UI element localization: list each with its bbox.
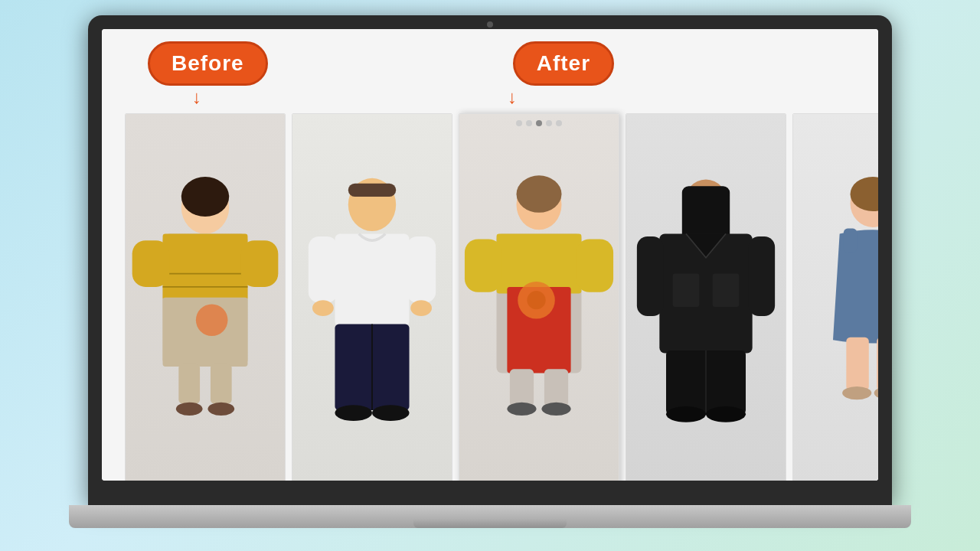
svg-rect-3 [163, 234, 248, 301]
cards-row: 3/4 Sleeve KimonoDress $551.60 10 - $551… [125, 113, 855, 481]
dot-2[interactable] [526, 120, 532, 126]
laptop-container: Before After ↓ ↓ [69, 15, 911, 536]
product-image-1 [126, 114, 285, 481]
product-card-5: A-Line Mini Dress in Blue $348.00 Blue /… [792, 113, 878, 481]
svg-point-26 [517, 175, 562, 213]
svg-point-47 [666, 406, 706, 422]
before-badge: Before [148, 41, 268, 86]
product-image-5 [793, 114, 878, 481]
labels-row: Before After [125, 41, 855, 86]
svg-rect-8 [132, 240, 170, 287]
screen-content: Before After ↓ ↓ [102, 29, 878, 481]
screen-bezel: Before After ↓ ↓ [88, 15, 892, 505]
product-card-2: 5 Pocket $404.6 30 / Indigo - $ CHECKOUT [292, 113, 452, 481]
svg-point-36 [507, 403, 536, 416]
camera [487, 21, 493, 28]
svg-point-23 [335, 405, 372, 421]
laptop-base [69, 505, 911, 528]
dot-3[interactable] [536, 120, 542, 126]
product-image-4 [626, 114, 786, 481]
dot-4[interactable] [546, 120, 552, 126]
carousel-dots [516, 120, 562, 126]
dot-5[interactable] [556, 120, 562, 126]
svg-rect-51 [844, 229, 857, 253]
dot-1[interactable] [516, 120, 522, 126]
svg-point-20 [410, 300, 432, 316]
svg-point-48 [706, 406, 746, 422]
jacket-figure [626, 114, 786, 481]
blue-dress-figure [793, 114, 878, 481]
svg-rect-32 [465, 239, 502, 292]
svg-rect-42 [713, 274, 740, 307]
svg-point-19 [312, 300, 334, 316]
svg-rect-34 [510, 369, 534, 406]
product-image-2 [292, 114, 452, 481]
svg-rect-53 [846, 337, 868, 390]
after-arrow: ↓ [508, 86, 517, 108]
svg-rect-54 [877, 337, 878, 390]
svg-rect-9 [241, 240, 279, 287]
man-figure [292, 114, 452, 481]
svg-rect-10 [178, 364, 200, 403]
svg-rect-11 [211, 364, 232, 403]
before-arrow: ↓ [192, 86, 201, 108]
product-card-1: 3/4 Sleeve KimonoDress $551.60 10 - $551… [125, 113, 286, 481]
svg-point-31 [527, 291, 545, 309]
svg-rect-43 [637, 236, 664, 316]
after-badge: After [513, 41, 614, 86]
screen: Before After ↓ ↓ [102, 29, 878, 481]
svg-rect-16 [335, 234, 409, 327]
product-image-3 [459, 114, 619, 481]
kimono-back-figure [126, 114, 285, 481]
svg-rect-18 [407, 236, 436, 303]
kimono-front-figure [459, 114, 619, 481]
svg-point-37 [541, 403, 570, 416]
svg-rect-41 [673, 274, 700, 307]
svg-rect-17 [309, 236, 338, 303]
svg-point-13 [207, 403, 234, 416]
svg-point-24 [372, 405, 410, 421]
product-card-3: 3/4 Sleeve KimonoDress $551.60 10 - $551… [459, 113, 619, 481]
svg-rect-44 [748, 236, 775, 316]
svg-rect-35 [544, 369, 568, 406]
svg-rect-33 [577, 239, 614, 292]
svg-rect-15 [348, 184, 396, 197]
product-card-4: e Jacket 3.60 ck - $698.60 ADD TO CART [626, 113, 786, 481]
svg-point-7 [196, 304, 228, 336]
svg-point-1 [181, 177, 229, 217]
svg-point-55 [842, 386, 871, 399]
svg-point-12 [176, 403, 203, 416]
